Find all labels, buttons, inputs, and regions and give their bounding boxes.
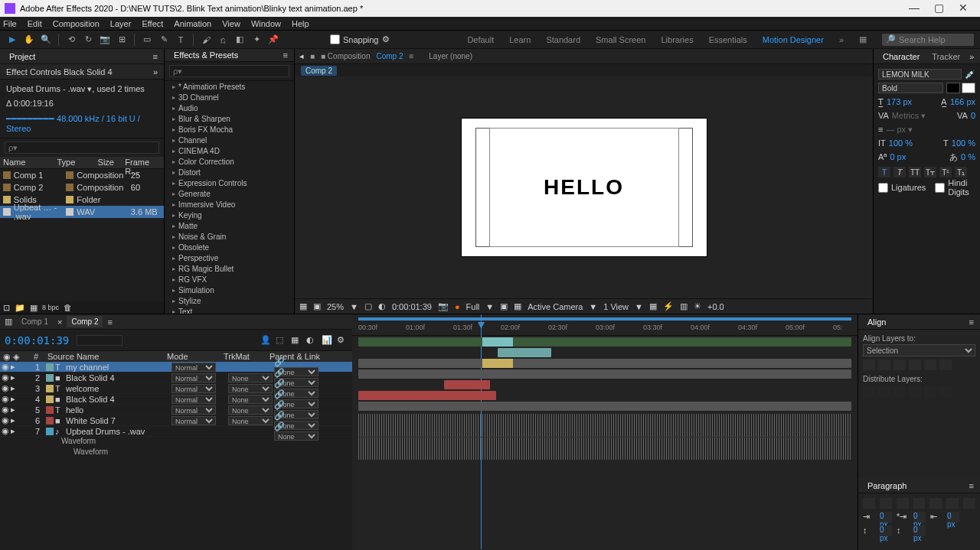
close-button[interactable]: ✕ [951,2,975,15]
res-icon[interactable]: ▼ [350,302,358,311]
ws-overflow-icon[interactable]: » [839,35,844,44]
resolution[interactable]: Full [466,302,480,311]
roi-icon[interactable]: ▣ [500,301,508,311]
snapping-toggle[interactable]: Snapping ⚙ [330,34,390,44]
selection-tool-icon[interactable]: ▶ [6,34,18,46]
col-name[interactable]: Name [0,157,54,168]
layer-bar-3-key[interactable] [482,359,513,368]
menu-view[interactable]: View [222,19,240,28]
trash-icon[interactable]: 🗑 [64,303,72,312]
flow-comp[interactable]: Comp 2 [301,66,337,76]
snap-options-icon[interactable]: ⚙ [382,34,390,44]
hindi-check[interactable] [935,183,945,193]
panel-overflow-icon[interactable]: » [969,52,974,61]
brainstorm-icon[interactable]: ⚙ [337,335,348,346]
col-mode[interactable]: Mode [164,351,220,362]
layer-bar-1-key[interactable] [482,337,513,347]
effect-category[interactable]: * Animation Presets [165,81,294,92]
tl-tab-comp2[interactable]: Comp 2 [67,316,103,327]
effect-category[interactable]: Boris FX Mocha [165,124,294,135]
effect-category[interactable]: Keying [165,210,294,220]
col-trk[interactable]: TrkMat [220,351,266,362]
align-right-icon[interactable] [893,360,906,370]
indent-first[interactable]: 0 px [913,512,926,522]
align-tab[interactable]: Align [864,316,889,328]
align-vcenter-icon[interactable] [924,360,936,370]
ws-standard[interactable]: Standard [546,35,580,44]
col-fr[interactable]: Frame R… [122,157,164,168]
layer-bar-5[interactable] [444,380,490,389]
allcaps-button[interactable]: TT [909,167,921,177]
hand-tool-icon[interactable]: ✋ [23,34,35,46]
rotate-tool-icon[interactable]: ↻ [82,34,94,46]
pixel-aspect-icon[interactable]: ▦ [649,301,657,311]
tsume[interactable]: 0 % [961,152,975,161]
shy-icon[interactable]: 👤 [260,335,271,346]
ws-motion[interactable]: Motion Designer [763,35,824,44]
effect-category[interactable]: RG VFX [165,274,294,285]
effect-category[interactable]: Color Correction [165,156,294,167]
snapping-checkbox[interactable] [330,34,340,44]
comp-crumb-menu[interactable]: ≡ [409,52,413,60]
effect-category[interactable]: Channel [165,135,294,145]
align-top-icon[interactable] [909,360,921,370]
effect-category[interactable]: Perspective [165,252,294,263]
menu-effect[interactable]: Effect [142,19,163,28]
effect-category[interactable]: Stylize [165,295,294,306]
zoom-tool-icon[interactable]: 🔍 [40,34,52,46]
orbit-tool-icon[interactable]: ⟲ [65,34,77,46]
justify-2-icon[interactable] [929,498,942,509]
layer-viewer[interactable]: Layer (none) [429,52,472,60]
project-item[interactable]: Comp 2Composition60 [0,181,164,194]
justify-4-icon[interactable] [963,498,975,509]
align-hcenter-icon[interactable] [878,360,890,370]
effects-search-input[interactable] [169,65,289,77]
puppet-tool-icon[interactable]: 📌 [267,34,279,46]
time-ruler[interactable]: 00:30f01:00f01:30f02:00f02:30f03:00f03:3… [352,314,858,336]
menu-file[interactable]: File [3,19,17,28]
bold-button[interactable]: T [878,167,890,177]
indent-left[interactable]: 0 px [880,512,892,522]
effect-category[interactable]: Blur & Sharpen [165,113,294,124]
maximize-button[interactable]: ▢ [926,2,951,15]
camera-tool-icon[interactable]: 📷 [99,34,111,46]
justify-3-icon[interactable] [946,498,959,509]
ws-default[interactable]: Default [467,35,494,44]
col-type[interactable]: Type [54,157,94,168]
tracks-area[interactable] [352,336,858,535]
effect-category[interactable]: 3D Channel [165,92,294,103]
exposure-icon[interactable]: ☀ [694,301,701,311]
ws-essentials[interactable]: Essentials [709,35,747,44]
effect-category[interactable]: Expression Controls [165,177,294,188]
tracker-tab[interactable]: Tracker [929,50,963,63]
effect-controls-tab[interactable]: Effect Controls Black Solid 4 [6,67,147,76]
camera[interactable]: Active Camera [528,302,583,311]
effect-category[interactable]: Noise & Grain [165,231,294,242]
frameblend-icon[interactable]: ▦ [291,335,302,346]
zoom-level[interactable]: 25% [327,302,344,311]
effect-category[interactable]: RG Magic Bullet [165,263,294,274]
align-to-select[interactable]: Selection [863,344,975,356]
effect-category[interactable]: Simulation [165,285,294,295]
layer-bar-3[interactable] [358,359,851,368]
channel-icon[interactable]: ▢ [364,301,372,311]
help-search[interactable]: 🔎 Search Help [882,34,974,46]
menu-animation[interactable]: Animation [174,19,211,28]
menu-composition[interactable]: Composition [53,19,100,28]
interpret-icon[interactable]: ⊡ [3,303,10,313]
paragraph-tab[interactable]: Paragraph [864,480,910,492]
draft3d-icon[interactable]: ⬚ [276,335,286,346]
layer-bar-2[interactable] [498,348,551,357]
views[interactable]: 1 View [603,302,629,311]
project-search-input[interactable] [5,142,159,154]
align-left-icon[interactable] [863,360,875,370]
vscale[interactable]: 100 % [889,138,913,148]
effect-category[interactable]: Audio [165,103,294,113]
ligatures-check[interactable] [878,183,888,193]
snapshot-icon[interactable]: 📷 [438,301,449,311]
waveform-1[interactable]: Waveform [0,437,352,447]
bpc[interactable]: 8 bpc [42,304,59,311]
smallcaps-button[interactable]: Tᴛ [924,167,936,177]
timeline-icon[interactable]: ▥ [680,301,688,311]
space-before[interactable]: 0 px [880,526,892,536]
